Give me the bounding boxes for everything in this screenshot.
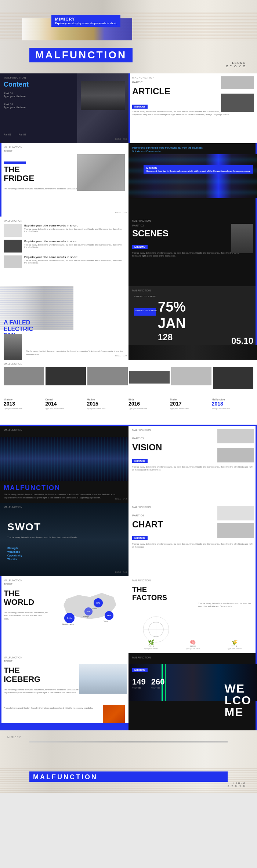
timeline-item-4: Matter 2017 Type your subtitle here [170, 398, 211, 410]
scenes-badge: MIMICRY [132, 245, 148, 249]
timeline-item-1: Cereal 2014 Type your subtitle here [45, 398, 87, 410]
iceberg-blue-bottom [0, 723, 128, 730]
iceberg-label: MALFUNCTION [4, 656, 22, 659]
fan-text: The far away, behind the word mountains,… [26, 350, 125, 356]
timeline-images [4, 367, 253, 389]
world-left-bar [0, 576, 1, 653]
content-part02: Part.02 Type your title here [4, 103, 26, 109]
iceberg-about: ABOUT [4, 660, 12, 662]
factors-label: MALFUNCTION [132, 579, 151, 582]
world-bubble-1: 88% [94, 598, 103, 607]
stats-sample1: SAMPLE TITLE HERE [134, 295, 156, 298]
footer-title: MALFUNCTION [33, 773, 98, 781]
slide-world: MALFUNCTION ABOUT THE WORLD The far away… [0, 576, 128, 653]
factor-item-2: 🌾 TITLE Type your subtitle [216, 639, 253, 650]
article-badge: MIMICRY [132, 105, 148, 109]
welcome-num1: 149 [132, 677, 146, 687]
explain-img-2 [4, 240, 22, 253]
timeline-text-1: Type your subtitle here [45, 407, 87, 410]
stats-date: 05.10 [231, 336, 253, 346]
timeline-name-1: Cereal [45, 398, 87, 401]
timeline-year-5: 2018 [212, 401, 253, 407]
row-swot-chart: MALFUNCTION SWOT The far away, behind th… [0, 503, 257, 576]
timeline-text-0: Type your subtitle here [4, 407, 45, 410]
footer-author-line2: X Y O Y O [228, 785, 246, 787]
timeline-year-0: 2013 [4, 401, 45, 407]
mal-wave-lines [0, 437, 128, 481]
row-fridge: MALFUNCTION ABOUT THE FRIDGE The far awa… [0, 143, 257, 217]
scenes-part: PART 02 [132, 224, 144, 227]
slide-scenes: MALFUNCTION PART 02 SCENES MIMICRY The f… [128, 217, 257, 286]
timeline-item-0: Mimicry 2013 Type your subtitle here [4, 398, 45, 410]
hero-mimicry-subtitle: Explore your story by some simple words … [55, 22, 117, 25]
world-bubble-2: 80% [84, 607, 93, 615]
article-title: ARTICLE [132, 86, 170, 97]
world-about: ABOUT [4, 583, 12, 585]
timeline-img-1 [46, 367, 86, 385]
slide-article: MALFUNCTION PART 01 ARTICLE MIMICRY The … [128, 73, 257, 143]
factors-text: The far away, behind the word mountains,… [198, 602, 253, 608]
chart-image-top [217, 506, 254, 520]
slide-fridge-dark: Partnership behind the word mountains, f… [128, 143, 257, 217]
swot-page-num: PAGE · 048 [115, 571, 127, 573]
vision-title: VISION [132, 442, 162, 453]
swot-label: MALFUNCTION [4, 506, 22, 508]
timeline-text-2: Type your subtitle here [87, 407, 128, 410]
swot-item-0: Strength [7, 547, 22, 549]
stats-label: MALFUNCTION [132, 289, 151, 292]
article-image-top [221, 76, 254, 89]
timeline-img-3 [129, 371, 170, 384]
chart-title: CHART [132, 519, 163, 530]
scenes-title: SCENES [132, 228, 169, 239]
explain-item-1: Explain your title some words in short. … [4, 224, 125, 237]
hero-author: LEUNG X Y O Y O [226, 61, 246, 68]
content-part-labels: Part01 Part02 [4, 133, 26, 136]
mal-page-num: PAGE · 042 [115, 498, 127, 500]
vision-label: MALFUNCTION [132, 429, 151, 431]
article-part: PART 01 [132, 81, 144, 84]
vision-right-bar [256, 426, 257, 503]
stats-blue-label: SAMPLE TITLE HERE [135, 309, 158, 312]
world-bubble-label-1: Russia [92, 607, 97, 610]
welcome-num1-label: Your Title [132, 687, 146, 689]
hero-author-line2: X Y O Y O [226, 65, 246, 68]
timeline-name-0: Mimicry [4, 398, 45, 401]
content-label: MALFUNCTION [4, 76, 26, 79]
timeline-year-1: 2014 [45, 401, 87, 407]
timeline-text-4: Type your subtitle here [170, 407, 211, 410]
chart-badge: MIMICRY [132, 536, 148, 540]
article-image-bottom [221, 94, 254, 112]
fridge-page-num: PAGE · 016 [115, 211, 127, 214]
timeline-year-2: 2015 [87, 401, 128, 407]
explain-blocks: Explain your title some words in short. … [4, 224, 125, 271]
timeline-name-5: Malfunction [212, 398, 253, 401]
chart-label: MALFUNCTION [132, 506, 151, 508]
footer-author-line1: LEUNG [228, 782, 246, 785]
footer-author: LEUNG X Y O Y O [228, 782, 246, 787]
slide-electric-fan: MALFUNCTION A FAILED ELECTRIC FAN The fa… [0, 286, 128, 360]
fridge-blue-bar [4, 161, 26, 164]
slide-chart: MALFUNCTION PART 04 CHART MIMICRY The fa… [128, 503, 257, 576]
welcome-text: WELCOME [224, 683, 251, 718]
slide-content-left: MALFUNCTION Content Part.01 Type your ti… [0, 73, 128, 143]
vision-image-bottom [217, 448, 254, 462]
welcome-green-line2 [165, 664, 166, 701]
chart-part: PART 04 [132, 514, 144, 517]
vision-part: PART 03 [132, 437, 144, 440]
timeline-name-3: Birds [128, 398, 170, 401]
timeline-img-2 [87, 367, 128, 385]
article-left-bar [128, 73, 130, 143]
mal-title: MALFUNCTION [4, 484, 60, 492]
world-bubble-label-3: China [103, 620, 108, 622]
footer-mimicry: MIMICRY [7, 736, 21, 738]
chart-text: The far away, behind the word mountains,… [132, 542, 253, 549]
explain-label: MALFUNCTION [4, 219, 22, 222]
welcome-num2-label: Your Title [151, 687, 165, 689]
article-label: MALFUNCTION [132, 76, 155, 79]
stats-percent: 75% [158, 299, 186, 315]
slide-fridge: MALFUNCTION ABOUT THE FRIDGE The far awa… [0, 143, 128, 217]
welcome-badge: MIMICRY [132, 668, 148, 672]
timeline-img-5 [213, 367, 253, 389]
explain-text-3: Explain your title some words in short. … [24, 255, 125, 268]
welcome-numbers: 149 Your Title 260 Your Title [132, 677, 164, 689]
